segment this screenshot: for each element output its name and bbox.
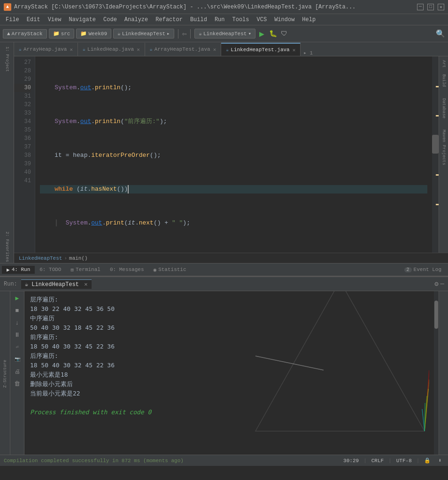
btab-statistic-label: Statistic [158, 267, 186, 272]
main-layout: 1: Project 2: Favorites ☕ ArrayHeap.java… [0, 42, 448, 263]
run-wraplines-button[interactable]: ⏎ [12, 342, 23, 352]
run-print-button[interactable]: 🖨 [12, 366, 23, 377]
tab-linkedheap[interactable]: ☕ LinkedHeap.java ✕ [78, 43, 145, 56]
tab-close-linkedheap[interactable]: ✕ [137, 46, 140, 53]
run-toolbar: Run: ☕ LinkedHeapTest ✕ ⚙ ─ [0, 277, 448, 291]
run-stop-button[interactable]: ■ [12, 305, 23, 316]
window-controls[interactable]: ─ □ ✕ [417, 4, 444, 10]
menu-analyze[interactable]: Analyze [121, 15, 152, 24]
tab-close-arrayheaptest[interactable]: ✕ [213, 46, 216, 53]
database-panel-tab[interactable]: Database [440, 95, 447, 121]
title-bar: ▲ ArrayStack [C:\Users\10673\IdeaProject… [0, 0, 448, 14]
run-play-button[interactable]: ▶ [12, 293, 23, 303]
menu-file[interactable]: File [2, 15, 23, 24]
run-scroll-down-button[interactable]: ↓ [12, 317, 23, 328]
menu-build[interactable]: Build [186, 15, 211, 24]
debug-button[interactable]: 🐛 [268, 30, 278, 38]
console-line-9: 最小元素是18 [30, 370, 428, 379]
toolbar-separator-2 [190, 29, 191, 39]
sidebar-favorites-icon[interactable]: 2: Favorites [1, 230, 13, 263]
minimize-button[interactable]: ─ [417, 4, 424, 10]
menu-run[interactable]: Run [211, 15, 229, 24]
run-tab-linkedheaptest[interactable]: ☕ LinkedHeapTest ✕ [21, 279, 92, 289]
menu-window[interactable]: Window [270, 15, 298, 24]
console-line-blank [30, 398, 428, 408]
menu-navigate[interactable]: Navigate [65, 15, 100, 24]
status-position[interactable]: 30:29 [340, 458, 362, 464]
btab-statistic[interactable]: ◉ Statistic [149, 266, 191, 274]
menu-tools[interactable]: Tools [229, 15, 253, 24]
tab-label-linkedheap: LinkedHeap.java [87, 46, 134, 52]
console-line-3: 中序遍历 [30, 314, 428, 323]
left-sidebar: 1: Project 2: Favorites [0, 42, 14, 263]
menu-help[interactable]: Help [298, 15, 319, 24]
tab-icon-arrayheaptest: ☕ [150, 46, 153, 52]
line-numbers: 27 28 29 30 31 32 33 34 35 36 37 38 39 4… [14, 56, 35, 253]
run-tab-icon: ☕ [25, 281, 28, 288]
tab-close-arrayheap[interactable]: ✕ [70, 46, 73, 53]
breadcrumb-class[interactable]: LinkedHeapTest [19, 255, 62, 261]
run-screenshot-button[interactable]: 📷 [12, 354, 23, 364]
console-line-5: 前序遍历: [30, 333, 428, 342]
menu-edit[interactable]: Edit [23, 15, 44, 24]
terminal-icon: ⊞ [70, 267, 74, 273]
project-button[interactable]: ▲ ArrayStack [3, 29, 47, 39]
project-label: ArrayStack [12, 31, 43, 37]
art-panel-tab[interactable]: Art [440, 57, 447, 70]
run-settings-icon[interactable]: ⚙ [434, 280, 438, 288]
menu-code[interactable]: Code [100, 15, 121, 24]
left-run-panel: Z-Structure [0, 291, 10, 455]
run-delete-button[interactable]: 🗑 [12, 379, 23, 389]
menu-refactor[interactable]: Refactor [152, 15, 186, 24]
back-icon[interactable]: ⇦ [182, 29, 187, 39]
zstructure-tab[interactable]: Z-Structure [2, 358, 8, 389]
btab-terminal-label: Terminal [76, 267, 100, 272]
coverage-button[interactable]: 🛡 [280, 30, 288, 38]
run-minimize-icon[interactable]: ─ [440, 280, 444, 288]
restore-button[interactable]: □ [427, 4, 434, 10]
tabs-bar: ☕ ArrayHeap.java ✕ ☕ LinkedHeap.java ✕ ☕… [14, 42, 448, 56]
code-line-31: │ System.out.print(it.next() + " "); [40, 219, 427, 227]
src-button[interactable]: 📁 src [49, 29, 75, 39]
breadcrumb-method[interactable]: main() [69, 255, 88, 261]
btab-run[interactable]: ▶ 4: Run [2, 266, 35, 274]
tab-label-arrayheaptest: ArrayHeapTest.java [154, 46, 210, 52]
week-button[interactable]: 📁 Week09 [76, 29, 111, 39]
run-config-button[interactable]: ☕ LinkedHeapTest ▾ [194, 29, 255, 39]
file-button[interactable]: ☕ LinkedHeapTest ▸ [113, 29, 174, 39]
btab-eventlog[interactable]: 2 Event Log [400, 266, 446, 273]
file-chevron-icon: ▸ [167, 31, 170, 37]
code-content[interactable]: System.out.println(); System.out.println… [35, 56, 432, 253]
project-icon: ▲ [7, 31, 10, 37]
btab-todo[interactable]: 6: TODO [35, 266, 66, 273]
tab-close-linkedheaptest[interactable]: ✕ [293, 47, 296, 53]
console-line-11: 当前最小元素是22 [30, 389, 428, 398]
search-button[interactable]: 🔍 [436, 29, 445, 39]
btab-terminal[interactable]: ⊞ Terminal [66, 266, 105, 274]
btab-todo-label: 6: TODO [39, 267, 61, 272]
tab-arrayheap[interactable]: ☕ ArrayHeap.java ✕ [14, 43, 78, 56]
code-line-30: while (it.hasNext()) [40, 185, 427, 194]
vertical-scrollbar[interactable] [434, 291, 439, 455]
status-bar: Compilation completed successfully in 87… [0, 455, 448, 466]
console-line-6: 18 50 40 30 32 45 22 36 [30, 342, 428, 351]
build-panel-tab[interactable]: Build [440, 71, 447, 90]
status-encoding[interactable]: UTF-8 [394, 458, 415, 464]
scrollbar-thumb-run[interactable] [434, 301, 438, 329]
sidebar-project-icon[interactable]: 1: Project [1, 45, 13, 73]
status-line-sep[interactable]: CRLF [369, 458, 386, 464]
btab-messages[interactable]: 0: Messages [105, 266, 149, 273]
run-pause-button[interactable]: ⏸ [12, 330, 23, 340]
tab-icon-linkedheaptest: ☕ [226, 47, 229, 53]
close-button[interactable]: ✕ [438, 4, 444, 10]
menu-vcs[interactable]: VCS [253, 15, 271, 24]
maven-panel-tab[interactable]: Maven Projects [440, 127, 447, 168]
scroll-gutter[interactable] [432, 56, 439, 253]
scrollbar-thumb[interactable] [432, 135, 439, 154]
tab-linkedheaptest[interactable]: ☕ LinkedHeapTest.java ✕ [221, 43, 301, 56]
run-tab-close[interactable]: ✕ [84, 281, 87, 288]
run-button[interactable]: ▶ [257, 29, 266, 39]
tab-arrayheaptest[interactable]: ☕ ArrayHeapTest.java ✕ [145, 43, 221, 56]
menu-view[interactable]: View [44, 15, 65, 24]
tabs-overflow[interactable]: ▸ 1 [301, 50, 316, 56]
